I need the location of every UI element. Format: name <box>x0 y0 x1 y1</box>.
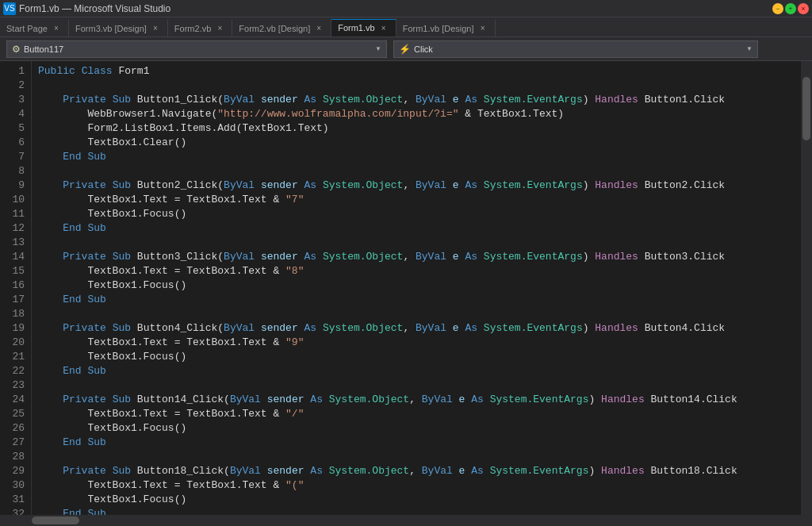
code-line: Private Sub Button1_Click(ByVal sender A… <box>38 93 795 107</box>
tab-close-start[interactable]: × <box>51 23 62 34</box>
tab-bar: Start Page × Form3.vb [Design] × Form2.v… <box>0 17 812 37</box>
code-line: TextBox1.Text = TextBox1.Text & "8" <box>38 264 795 278</box>
code-editor[interactable]: Public Class Form1 Private Sub Button1_C… <box>32 61 801 515</box>
code-line <box>38 164 795 179</box>
code-line: TextBox1.Text = TextBox1.Text & "/" <box>38 407 795 421</box>
line-num: 9 <box>0 179 25 193</box>
line-num: 22 <box>0 364 25 378</box>
tab-form1vb[interactable]: Form1.vb × <box>331 19 396 36</box>
code-line: End Sub <box>38 364 795 378</box>
tab-form2vb-design[interactable]: Form2.vb [Design] × <box>232 19 331 36</box>
editor-body: 1234567891011121314151617181920212223242… <box>0 61 812 515</box>
line-num: 12 <box>0 221 25 236</box>
code-line <box>38 378 795 393</box>
code-line: TextBox1.Text = TextBox1.Text & "7" <box>38 193 795 207</box>
scrollbar-horizontal[interactable] <box>0 515 812 526</box>
code-line: End Sub <box>38 507 795 515</box>
line-num: 25 <box>0 407 25 421</box>
tab-close-form1vbd[interactable]: × <box>477 23 488 34</box>
line-num: 10 <box>0 193 25 207</box>
line-numbers: 1234567891011121314151617181920212223242… <box>0 61 32 515</box>
left-dropdown-icon: ⚙ <box>12 44 21 55</box>
right-dropdown-arrow: ▼ <box>746 45 753 52</box>
event-dropdown[interactable]: ⚡ Click ▼ <box>393 40 758 58</box>
code-line: Public Class Form1 <box>38 64 795 79</box>
editor-container: ⚙ Button117 ▼ ⚡ Click ▼ 1234567891011121… <box>0 37 812 526</box>
code-line: WebBrowser1.Navigate("http://www.wolfram… <box>38 107 795 121</box>
code-line: End Sub <box>38 436 795 450</box>
tab-close-form2vbd[interactable]: × <box>313 23 324 34</box>
line-num: 11 <box>0 207 25 221</box>
line-num: 13 <box>0 236 25 250</box>
tab-close-form3[interactable]: × <box>150 23 161 34</box>
title-bar: VS Form1.vb — Microsoft Visual Studio − … <box>0 0 812 17</box>
line-num: 18 <box>0 307 25 321</box>
code-line: Private Sub Button2_Click(ByVal sender A… <box>38 179 795 193</box>
line-num: 32 <box>0 507 25 515</box>
line-num: 17 <box>0 293 25 307</box>
line-num: 1 <box>0 64 25 79</box>
line-num: 14 <box>0 250 25 264</box>
app-icon: VS <box>3 2 16 15</box>
code-line: Private Sub Button14_Click(ByVal sender … <box>38 393 795 407</box>
right-dropdown-icon: ⚡ <box>399 44 411 55</box>
line-num: 30 <box>0 478 25 493</box>
code-line <box>38 450 795 464</box>
code-line: Form2.ListBox1.Items.Add(TextBox1.Text) <box>38 121 795 136</box>
line-num: 2 <box>0 79 25 93</box>
tab-form3vb-design[interactable]: Form3.vb [Design] × <box>69 19 168 36</box>
line-num: 5 <box>0 121 25 136</box>
code-line: End Sub <box>38 150 795 164</box>
code-line: TextBox1.Focus() <box>38 278 795 293</box>
code-line <box>38 307 795 321</box>
line-num: 19 <box>0 321 25 336</box>
minimize-button[interactable]: − <box>772 3 783 14</box>
title-bar-controls: − + × <box>772 3 809 14</box>
code-line: TextBox1.Focus() <box>38 421 795 436</box>
code-line: Private Sub Button18_Click(ByVal sender … <box>38 464 795 478</box>
maximize-button[interactable]: + <box>785 3 796 14</box>
line-num: 7 <box>0 150 25 164</box>
close-button[interactable]: × <box>798 3 809 14</box>
line-num: 21 <box>0 350 25 364</box>
line-num: 8 <box>0 164 25 179</box>
tab-form2vb[interactable]: Form2.vb × <box>168 19 232 36</box>
code-line: TextBox1.Clear() <box>38 136 795 150</box>
line-num: 20 <box>0 336 25 350</box>
code-line <box>38 236 795 250</box>
tab-form1vb-design[interactable]: Form1.vb [Design] × <box>396 19 496 36</box>
tab-close-form1vb[interactable]: × <box>378 22 389 33</box>
line-num: 23 <box>0 378 25 393</box>
tab-start-page[interactable]: Start Page × <box>0 19 69 36</box>
scrollbar-thumb-h[interactable] <box>32 516 79 524</box>
code-line: TextBox1.Focus() <box>38 350 795 364</box>
code-line: Private Sub Button3_Click(ByVal sender A… <box>38 250 795 264</box>
line-num: 15 <box>0 264 25 278</box>
code-line: End Sub <box>38 221 795 236</box>
line-num: 3 <box>0 93 25 107</box>
line-num: 4 <box>0 107 25 121</box>
method-dropdown[interactable]: ⚙ Button117 ▼ <box>6 40 387 58</box>
line-num: 6 <box>0 136 25 150</box>
line-num: 29 <box>0 464 25 478</box>
title-bar-text: Form1.vb — Microsoft Visual Studio <box>19 3 170 14</box>
code-line: TextBox1.Focus() <box>38 207 795 221</box>
code-line: TextBox1.Text = TextBox1.Text & "(" <box>38 478 795 493</box>
code-line: TextBox1.Text = TextBox1.Text & "9" <box>38 336 795 350</box>
code-line: Private Sub Button4_Click(ByVal sender A… <box>38 321 795 336</box>
code-line: TextBox1.Focus() <box>38 493 795 507</box>
left-dropdown-arrow: ▼ <box>375 45 381 52</box>
code-line: End Sub <box>38 293 795 307</box>
line-num: 27 <box>0 436 25 450</box>
code-toolbar: ⚙ Button117 ▼ ⚡ Click ▼ <box>0 37 812 61</box>
line-num: 16 <box>0 278 25 293</box>
line-num: 28 <box>0 450 25 464</box>
scrollbar-vertical[interactable] <box>801 61 812 515</box>
code-line <box>38 79 795 93</box>
scrollbar-thumb-v[interactable] <box>802 77 810 140</box>
title-bar-left: VS Form1.vb — Microsoft Visual Studio <box>3 2 170 15</box>
tab-close-form2vb[interactable]: × <box>214 23 225 34</box>
line-num: 26 <box>0 421 25 436</box>
line-num: 24 <box>0 393 25 407</box>
line-num: 31 <box>0 493 25 507</box>
